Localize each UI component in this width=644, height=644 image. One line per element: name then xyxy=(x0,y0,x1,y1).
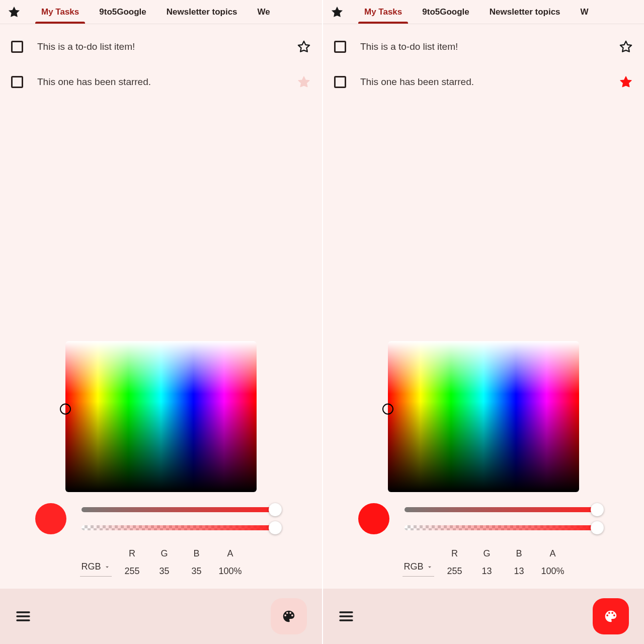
color-swatch xyxy=(35,503,66,534)
channel-label: A xyxy=(541,548,564,559)
color-spectrum[interactable] xyxy=(388,341,579,492)
color-swatch xyxy=(358,503,389,534)
starred-tab-icon[interactable] xyxy=(330,5,344,19)
slider-thumb[interactable] xyxy=(591,521,604,534)
task-text: This one has been starred. xyxy=(37,76,283,88)
tab-strip: My Tasks9to5GoogleNewsletter topicsWe xyxy=(0,0,322,24)
tab-we[interactable]: We xyxy=(249,0,279,24)
spectrum-cursor[interactable] xyxy=(60,404,71,415)
channel-value: 255 xyxy=(122,566,142,577)
tab-strip: My Tasks9to5GoogleNewsletter topicsW xyxy=(323,0,644,24)
channel-label: G xyxy=(476,548,497,559)
tab-my-tasks[interactable]: My Tasks xyxy=(355,0,411,24)
channel-r[interactable]: R255 xyxy=(444,548,464,577)
color-mode-label: RGB xyxy=(404,561,423,572)
slider-thumb[interactable] xyxy=(269,521,282,534)
task-checkbox[interactable] xyxy=(11,76,23,88)
slider-thumb[interactable] xyxy=(591,503,604,516)
color-mode-label: RGB xyxy=(81,561,101,572)
color-picker: RGBR255G13B13A100% xyxy=(323,341,644,589)
task-row[interactable]: This one has been starred. xyxy=(334,64,633,100)
task-star-icon[interactable] xyxy=(297,40,311,54)
channel-label: G xyxy=(154,548,174,559)
tab-w[interactable]: W xyxy=(572,0,598,24)
task-row[interactable]: This is a to-do list item! xyxy=(334,29,633,64)
task-checkbox[interactable] xyxy=(334,41,346,53)
bottom-bar xyxy=(323,589,644,644)
channel-label: B xyxy=(509,548,529,559)
task-row[interactable]: This is a to-do list item! xyxy=(11,29,311,64)
palette-fab[interactable] xyxy=(271,598,307,634)
channel-label: A xyxy=(218,548,242,559)
slider-thumb[interactable] xyxy=(269,503,282,516)
tab-newsletter-topics[interactable]: Newsletter topics xyxy=(157,0,247,24)
task-star-icon[interactable] xyxy=(297,75,311,89)
hue-slider[interactable] xyxy=(82,507,278,512)
palette-fab[interactable] xyxy=(593,598,629,634)
app-panel: My Tasks9to5GoogleNewsletter topicsWThis… xyxy=(322,0,644,644)
channel-b[interactable]: B35 xyxy=(186,548,206,577)
channel-value: 100% xyxy=(218,566,242,577)
tab-my-tasks[interactable]: My Tasks xyxy=(32,0,88,24)
channel-value: 13 xyxy=(509,566,529,577)
alpha-slider[interactable] xyxy=(405,525,600,530)
channel-b[interactable]: B13 xyxy=(509,548,529,577)
task-checkbox[interactable] xyxy=(11,41,23,53)
channel-a[interactable]: A100% xyxy=(541,548,564,577)
channel-label: R xyxy=(122,548,142,559)
channel-value: 255 xyxy=(444,566,464,577)
starred-tab-icon[interactable] xyxy=(7,5,21,19)
hue-slider[interactable] xyxy=(405,507,600,512)
color-spectrum[interactable] xyxy=(65,341,257,492)
menu-icon[interactable] xyxy=(338,608,354,624)
channel-value: 13 xyxy=(476,566,497,577)
tab-9to5google[interactable]: 9to5Google xyxy=(413,0,478,24)
color-mode-select[interactable]: RGB xyxy=(80,559,112,577)
chevron-down-icon xyxy=(426,564,433,571)
task-text: This one has been starred. xyxy=(360,76,605,88)
channel-value: 35 xyxy=(154,566,174,577)
channel-value: 35 xyxy=(186,566,206,577)
tab-9to5google[interactable]: 9to5Google xyxy=(90,0,155,24)
channel-label: B xyxy=(186,548,206,559)
tab-newsletter-topics[interactable]: Newsletter topics xyxy=(480,0,570,24)
bottom-bar xyxy=(0,589,322,644)
channel-g[interactable]: G13 xyxy=(476,548,497,577)
alpha-slider[interactable] xyxy=(82,525,278,530)
color-picker: RGBR255G35B35A100% xyxy=(0,341,322,589)
task-star-icon[interactable] xyxy=(619,40,633,54)
channel-label: R xyxy=(444,548,464,559)
task-list: This is a to-do list item!This one has b… xyxy=(323,24,644,100)
task-list: This is a to-do list item!This one has b… xyxy=(0,24,322,100)
spectrum-cursor[interactable] xyxy=(382,404,393,415)
app-panel: My Tasks9to5GoogleNewsletter topicsWeThi… xyxy=(0,0,322,644)
channel-value: 100% xyxy=(541,566,564,577)
color-mode-select[interactable]: RGB xyxy=(403,559,434,577)
chevron-down-icon xyxy=(104,564,111,571)
channel-a[interactable]: A100% xyxy=(218,548,242,577)
task-checkbox[interactable] xyxy=(334,76,346,88)
task-text: This is a to-do list item! xyxy=(360,41,605,52)
channel-g[interactable]: G35 xyxy=(154,548,174,577)
menu-icon[interactable] xyxy=(15,608,31,624)
task-text: This is a to-do list item! xyxy=(37,41,283,52)
channel-r[interactable]: R255 xyxy=(122,548,142,577)
task-row[interactable]: This one has been starred. xyxy=(11,64,311,100)
task-star-icon[interactable] xyxy=(619,75,633,89)
